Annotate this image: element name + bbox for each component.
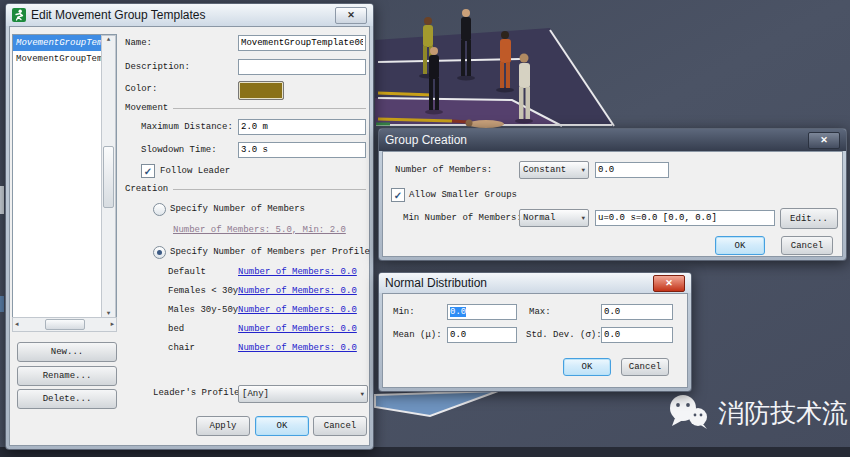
max-label: Max: xyxy=(529,307,551,317)
close-icon[interactable]: ✕ xyxy=(335,7,367,24)
horizontal-scrollbar[interactable]: ◄ ► xyxy=(12,317,117,332)
vertical-scrollbar[interactable]: ▲ ▼ xyxy=(101,35,116,318)
list-item[interactable]: MovementGroupTem xyxy=(13,35,103,51)
scrollbar-thumb[interactable] xyxy=(45,319,85,330)
specify-per-profile-label: Specify Number of Members per Profile xyxy=(170,247,370,257)
edit-button[interactable]: Edit... xyxy=(780,208,838,229)
min-members-label: Min Number of Members: xyxy=(403,213,522,223)
follow-leader-label: Follow Leader xyxy=(160,166,230,176)
ok-button[interactable]: OK xyxy=(563,358,611,376)
profile-members-link[interactable]: Number of Members: 0.0 xyxy=(238,305,357,315)
std-dev-label: Std. Dev. (σ): xyxy=(526,330,602,340)
list-item[interactable]: MovementGroupTem xyxy=(13,51,103,67)
edge-sliver xyxy=(0,186,4,214)
specify-members-radio[interactable] xyxy=(153,203,166,216)
scroll-left-icon[interactable]: ◄ xyxy=(13,321,21,328)
close-icon[interactable]: ✕ xyxy=(653,275,685,292)
members-mode-dropdown[interactable]: Constant ▼ xyxy=(519,161,589,179)
dialog-body: MovementGroupTem MovementGroupTem ▲ ▼ ◄ … xyxy=(9,26,370,446)
check-icon: ✓ xyxy=(144,166,152,177)
dialog-body: Min: 0.0 Max: Mean (μ): Std. Dev. (σ): O… xyxy=(382,293,688,388)
mean-input[interactable] xyxy=(447,327,517,343)
delete-button[interactable]: Delete... xyxy=(17,389,117,409)
min-members-mode-dropdown[interactable]: Normal ▼ xyxy=(519,209,589,227)
allow-smaller-groups-label: Allow Smaller Groups xyxy=(409,190,517,200)
profile-name: Females < 30y xyxy=(168,286,238,296)
scroll-up-icon[interactable]: ▲ xyxy=(105,36,113,43)
profile-name: bed xyxy=(168,324,184,334)
dialog-title: Edit Movement Group Templates xyxy=(31,8,330,22)
leader-profile-dropdown[interactable]: [Any] ▼ xyxy=(238,385,368,403)
dialog-title: Group Creation xyxy=(385,133,803,147)
profile-name: Default xyxy=(168,267,206,277)
max-distance-label: Maximum Distance: xyxy=(141,122,233,132)
min-label: Min: xyxy=(393,307,415,317)
min-members-distribution-input[interactable] xyxy=(595,210,775,226)
cancel-button[interactable]: Cancel xyxy=(313,416,367,436)
cancel-button[interactable]: Cancel xyxy=(781,236,833,255)
name-label: Name: xyxy=(125,38,152,48)
allow-smaller-groups-checkbox[interactable]: ✓ xyxy=(391,188,405,202)
ok-button[interactable]: OK xyxy=(715,236,765,255)
cancel-button[interactable]: Cancel xyxy=(621,358,669,376)
new-button[interactable]: New... xyxy=(17,342,117,362)
specify-members-label: Specify Number of Members xyxy=(170,204,305,214)
chevron-down-icon: ▼ xyxy=(360,391,364,398)
watermark-text: 消防技术流 xyxy=(718,396,848,431)
close-icon[interactable]: ✕ xyxy=(808,132,840,149)
mean-label: Mean (μ): xyxy=(393,330,442,340)
check-icon: ✓ xyxy=(394,190,402,201)
color-label: Color: xyxy=(125,84,157,94)
ok-button[interactable]: OK xyxy=(255,416,309,436)
slowdown-time-input[interactable] xyxy=(238,142,366,158)
follow-leader-checkbox[interactable]: ✓ xyxy=(141,164,155,178)
profile-members-link[interactable]: Number of Members: 0.0 xyxy=(238,267,357,277)
dialog-titlebar[interactable]: Edit Movement Group Templates ✕ xyxy=(6,4,373,26)
name-input[interactable] xyxy=(238,35,366,51)
template-list: MovementGroupTem MovementGroupTem ▲ ▼ xyxy=(12,34,117,319)
number-of-members-label: Number of Members: xyxy=(395,165,492,175)
profile-name: Males 30y-50y xyxy=(168,305,238,315)
rename-button[interactable]: Rename... xyxy=(17,366,117,386)
max-input[interactable] xyxy=(601,304,673,320)
slowdown-time-label: Slowdown Time: xyxy=(141,145,217,155)
watermark: 消防技术流 xyxy=(668,394,848,432)
scrollbar-thumb[interactable] xyxy=(103,146,114,208)
min-input[interactable]: 0.0 xyxy=(447,304,517,320)
pathfinder-runner-icon xyxy=(12,8,26,22)
scroll-right-icon[interactable]: ► xyxy=(108,321,116,328)
dialog-body: Number of Members: Constant ▼ ✓ Allow Sm… xyxy=(382,151,843,257)
creation-section-header: Creation xyxy=(125,184,366,194)
group-creation-dialog: Group Creation ✕ Number of Members: Cons… xyxy=(378,128,847,261)
dialog-title: Normal Distribution xyxy=(385,276,648,290)
dialog-titlebar[interactable]: Normal Distribution ✕ xyxy=(379,273,691,293)
scroll-down-icon[interactable]: ▼ xyxy=(105,310,113,317)
selected-text: 0.0 xyxy=(450,307,466,317)
dialog-titlebar[interactable]: Group Creation ✕ xyxy=(379,129,846,151)
edge-sliver xyxy=(0,296,4,312)
members-value-input[interactable] xyxy=(595,162,669,178)
members-summary-link[interactable]: Number of Members: 5.0, Min: 2.0 xyxy=(173,225,346,235)
description-label: Description: xyxy=(125,62,190,72)
screen: 消防技术流 Edit Movement Group Templates ✕ Mo… xyxy=(0,0,850,457)
std-dev-input[interactable] xyxy=(601,327,673,343)
chevron-down-icon: ▼ xyxy=(581,215,585,222)
color-swatch-button[interactable] xyxy=(238,81,284,100)
apply-button[interactable]: Apply xyxy=(196,416,250,436)
profile-members-link[interactable]: Number of Members: 0.0 xyxy=(238,286,357,296)
description-input[interactable] xyxy=(238,59,366,75)
leader-profile-label: Leader's Profile: xyxy=(153,388,245,398)
chevron-down-icon: ▼ xyxy=(581,167,585,174)
profile-members-link[interactable]: Number of Members: 0.0 xyxy=(238,324,357,334)
movement-section-header: Movement xyxy=(125,103,366,113)
wechat-icon xyxy=(668,394,710,432)
specify-per-profile-radio[interactable] xyxy=(153,246,166,259)
edit-movement-group-templates-dialog: Edit Movement Group Templates ✕ Movement… xyxy=(5,3,374,450)
max-distance-input[interactable] xyxy=(238,119,366,135)
normal-distribution-dialog: Normal Distribution ✕ Min: 0.0 Max: Mean… xyxy=(378,272,692,392)
profile-name: chair xyxy=(168,343,195,353)
profile-members-link[interactable]: Number of Members: 0.0 xyxy=(238,343,357,353)
